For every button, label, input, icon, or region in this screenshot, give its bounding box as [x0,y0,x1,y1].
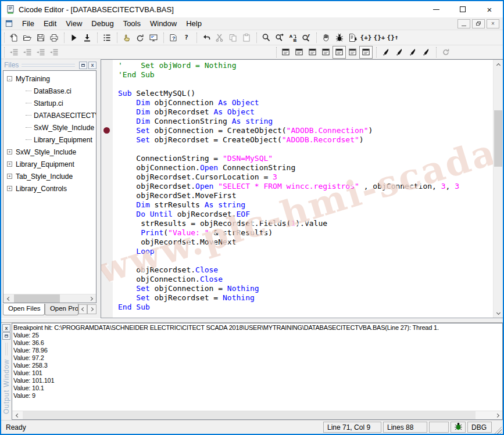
step-over-button[interactable]: {}+ [373,31,386,44]
output-window-button[interactable] [333,46,346,59]
find-in-files-button[interactable]: f [299,31,313,44]
break-button[interactable] [319,31,333,44]
output-grip[interactable] [5,343,8,355]
output-float-button[interactable] [2,332,10,340]
menu-item-file[interactable]: File [17,18,39,29]
code-text[interactable]: Dim ConnectionString As string [113,117,273,126]
tree-item-sxw-style-include[interactable]: SxW_Style_Include [6,121,96,134]
expand-icon[interactable]: + [7,174,12,179]
files-panel-header[interactable]: Files x [3,60,96,70]
tree-item-library-equipment[interactable]: +Library_Equipment [6,158,96,170]
code-text[interactable]: objRecordSet.MoveFirst [113,191,237,200]
code-text[interactable]: Loop [113,247,155,256]
code-text[interactable]: Dim objRecordset As Object [113,107,255,117]
panel-grip[interactable] [22,64,75,67]
close-button[interactable]: × [476,1,503,17]
code-text[interactable]: Set objRecordset = CreateObject("ADODB.R… [113,135,364,145]
breakpoint-icon[interactable] [103,127,110,134]
find-button[interactable] [259,31,273,44]
compile-options-button[interactable] [100,31,113,44]
panel-float-button[interactable] [79,62,87,69]
compile-button[interactable] [80,31,94,44]
gutter[interactable] [101,219,113,228]
code-text[interactable] [113,256,123,265]
tab-scroll-right-button[interactable] [87,304,96,314]
toggle-breakpoint-button[interactable] [333,31,346,44]
pointing-hand-button[interactable] [120,31,133,44]
gutter[interactable] [101,163,113,172]
gutter[interactable] [101,303,113,312]
menu-item-help[interactable]: Help [181,18,206,29]
files-window-button[interactable] [359,46,373,59]
output-content[interactable]: Breakpoint hit: C:\PROGRAMDATA\SCHNEIDER… [12,323,503,420]
gutter[interactable] [101,238,113,247]
code-text[interactable]: strResults = objRecordset.Fields(1).Valu… [113,219,327,228]
scroll-right-icon[interactable] [87,294,96,303]
print-button[interactable] [47,31,60,44]
expand-icon[interactable]: + [7,149,12,154]
code-text[interactable]: ConnectionString = "DSN=MySQL" [113,154,273,163]
gutter[interactable] [101,89,113,98]
mdi-minimize-button[interactable] [457,19,470,28]
mdi-restore-button[interactable] [472,19,485,28]
menu-item-view[interactable]: View [61,18,87,29]
tree-item-sxw-style-include[interactable]: +SxW_Style_Include [6,146,96,158]
code-text[interactable]: objRecordset.CursorLocation = 3 [113,172,277,182]
menu-item-window[interactable]: Window [145,18,181,29]
code-text[interactable]: objRecordset.Close [113,265,218,275]
code-text[interactable]: End Sub [113,303,150,312]
tab-scroll-left-button[interactable] [78,304,88,314]
code-text[interactable]: Dim strResults As string [113,200,245,210]
scroll-up-icon[interactable] [494,60,503,69]
save-file-button[interactable] [34,31,47,44]
output-close-button[interactable]: x [2,324,10,332]
editor-vertical-scrollbar[interactable] [493,60,503,318]
gutter[interactable] [101,135,113,145]
scroll-down-icon[interactable] [494,308,503,318]
breakpoint-gutter[interactable] [101,126,113,135]
code-text[interactable]: ' Set objWord = Nothing [113,61,237,70]
gutter[interactable] [101,107,113,117]
tree-item-databasecitectvba-bas[interactable]: DATABASECITECTVBA.BAS [6,109,96,121]
resize-grip[interactable] [494,426,502,434]
gutter[interactable] [101,117,113,126]
scroll-thumb[interactable] [14,294,60,303]
code-text[interactable]: objRecordset.MoveNext [113,238,237,247]
gutter[interactable] [101,98,113,107]
gutter[interactable] [101,80,113,89]
tree-item-database-ci[interactable]: DataBase.ci [6,85,96,97]
expand-icon[interactable]: + [7,161,12,167]
replace-button[interactable]: AB [286,31,299,44]
gutter[interactable] [101,145,113,154]
undo-button[interactable] [199,31,213,44]
toggle-bookmark-button[interactable] [379,46,392,59]
gutter[interactable] [101,293,113,303]
menu-item-debug[interactable]: Debug [87,18,118,29]
collapse-icon[interactable]: - [7,76,12,81]
code-text[interactable] [113,145,123,154]
next-bookmark-button[interactable] [406,46,419,59]
scroll-track[interactable] [22,411,493,420]
find-next-button[interactable] [273,31,286,44]
code-text[interactable]: Do Until objRecordset.EOF [113,210,250,219]
circular-arrow-button[interactable] [133,31,146,44]
help-topics-button[interactable]: ? [166,31,180,44]
scroll-track[interactable] [13,294,87,303]
code-text[interactable]: objConnection.Open ConnectionString [113,163,295,172]
gutter[interactable] [101,284,113,293]
code-text[interactable]: Dim objConnection As Object [113,98,259,107]
code-text[interactable]: Print("Value: " & strResults) [113,228,273,238]
tab-open-proje[interactable]: Open Proje [45,304,78,315]
gutter[interactable] [101,265,113,275]
menu-item-tools[interactable]: Tools [119,18,145,29]
clear-bookmarks-button[interactable] [392,46,406,59]
gutter[interactable] [101,70,113,80]
step-button[interactable] [346,31,359,44]
watch-window-button[interactable] [279,46,292,59]
gutter[interactable] [101,210,113,219]
code-text[interactable]: Set objConnection = Nothing [113,284,259,293]
tree-item-startup-ci[interactable]: Startup.ci [6,97,96,109]
step-into-button[interactable]: {+} [359,31,373,44]
title-bar[interactable]: Cicode Editor - [DATABASECITECTVBA.BAS] … [1,1,503,17]
mdi-close-button[interactable]: × [487,19,499,28]
